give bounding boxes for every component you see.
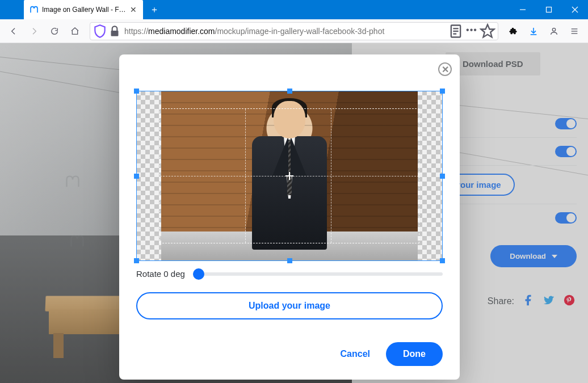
slider-thumb[interactable] [193, 268, 204, 280]
new-tab-button[interactable]: ＋ [146, 2, 162, 18]
share-label: Share: [488, 296, 514, 306]
checker-right [418, 91, 443, 261]
svg-marker-9 [481, 24, 494, 37]
image-crop-modal: ✕ [119, 54, 460, 380]
person-illustration [233, 99, 346, 258]
checker-left [136, 91, 161, 261]
nav-home-button[interactable] [66, 22, 84, 40]
tab-close-icon[interactable]: ✕ [128, 5, 138, 14]
pinterest-icon[interactable] [563, 294, 576, 309]
toggle-switch[interactable] [555, 212, 577, 224]
watermark-icon [62, 174, 83, 190]
svg-rect-1 [547, 7, 552, 12]
page-actions-icon[interactable]: ••• [464, 24, 480, 39]
done-button[interactable]: Done [386, 342, 443, 366]
toggle-switch[interactable] [555, 146, 577, 157]
modal-close-icon[interactable]: ✕ [438, 62, 452, 76]
download-label: Download [510, 252, 546, 260]
extensions-icon[interactable] [504, 22, 522, 40]
svg-rect-4 [111, 30, 119, 36]
browser-tab[interactable]: Image on Gallery Wall - Facebo ✕ [24, 0, 143, 19]
tab-title: Image on Gallery Wall - Facebo [42, 6, 128, 14]
download-psd-button[interactable]: Download PSD [446, 52, 540, 75]
lock-icon[interactable] [107, 24, 122, 39]
cancel-button[interactable]: Cancel [341, 349, 370, 359]
nav-back-button[interactable] [5, 22, 23, 40]
tab-favicon-icon [30, 5, 39, 14]
crop-canvas[interactable] [136, 91, 443, 261]
nav-forward-button [25, 22, 43, 40]
chevron-down-icon [552, 255, 557, 258]
rotate-control: Rotate 0 deg [136, 269, 443, 279]
rotate-label: Rotate 0 deg [136, 269, 185, 279]
download-button[interactable]: Download [490, 245, 577, 267]
watermark-icon [67, 233, 87, 249]
toggle-switch[interactable] [555, 118, 577, 129]
account-icon[interactable] [545, 22, 563, 40]
rotate-slider[interactable] [193, 272, 443, 276]
window-close-icon[interactable] [562, 0, 588, 19]
facebook-icon[interactable] [522, 294, 535, 309]
app-menu-icon[interactable] [565, 22, 583, 40]
nav-reload-button[interactable] [45, 22, 64, 40]
svg-point-11 [552, 28, 555, 31]
window-titlebar: Image on Gallery Wall - Facebo ✕ ＋ [0, 0, 588, 19]
twitter-icon[interactable] [543, 294, 555, 309]
user-image[interactable] [161, 91, 418, 261]
tracking-shield-icon[interactable] [93, 24, 107, 39]
window-maximize-icon[interactable] [536, 0, 562, 19]
page-content: Edit this template Download PSD in a liv… [0, 43, 588, 383]
url-prefix: https:// [124, 27, 148, 36]
bookmark-star-icon[interactable] [480, 24, 495, 39]
svg-point-15 [564, 295, 574, 305]
address-bar[interactable]: https://mediamodifier.com/mockup/image-i… [90, 22, 498, 40]
browser-toolbar: https://mediamodifier.com/mockup/image-i… [0, 19, 588, 43]
url-path: /mockup/image-in-gallery-wall-facebook-3… [215, 27, 385, 36]
window-controls [510, 0, 588, 19]
window-minimize-icon[interactable] [510, 0, 536, 19]
upload-your-image-button[interactable]: Upload your image [136, 292, 443, 319]
reader-mode-icon[interactable] [448, 24, 464, 39]
url-host: mediamodifier.com [148, 27, 215, 36]
downloads-icon[interactable] [524, 22, 543, 40]
url-text[interactable]: https://mediamodifier.com/mockup/image-i… [122, 27, 448, 36]
share-row: Share: [488, 294, 576, 309]
